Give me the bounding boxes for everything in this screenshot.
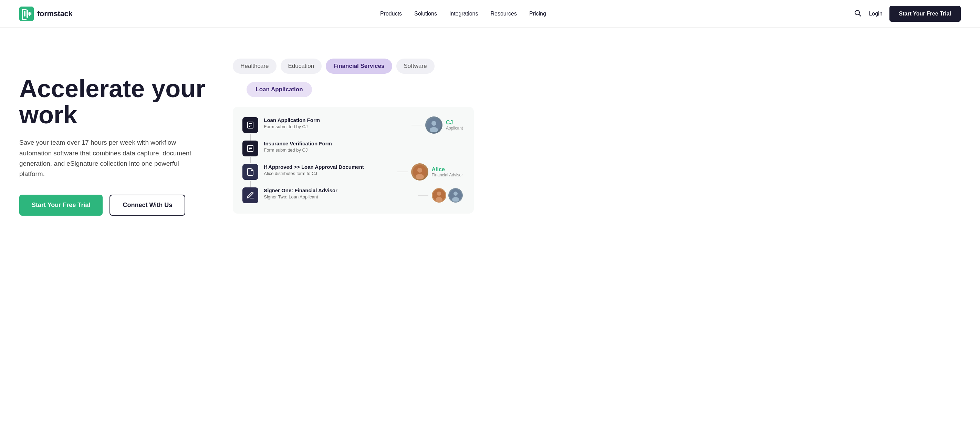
nav-resources[interactable]: Resources	[491, 11, 517, 17]
cj-name: CJ	[446, 120, 463, 126]
nav-solutions[interactable]: Solutions	[414, 11, 437, 17]
tab-financial-services[interactable]: Financial Services	[326, 59, 392, 74]
svg-rect-3	[27, 10, 28, 18]
headline-line2: work	[19, 101, 77, 129]
login-link[interactable]: Login	[869, 11, 882, 17]
avatar-pair	[432, 188, 463, 202]
svg-point-25	[453, 191, 458, 196]
vc-1	[250, 134, 251, 140]
alice-name: Alice	[432, 166, 463, 172]
avatar-alice: Alice Financial Advisor	[411, 163, 463, 180]
svg-point-12	[431, 121, 436, 126]
step-4-icon	[242, 187, 258, 203]
hero-left: Accelerate your work Save your team over…	[19, 55, 205, 216]
svg-rect-1	[22, 10, 23, 18]
avatar-pair-1	[432, 188, 446, 202]
step-2-icon	[242, 140, 258, 156]
avatar-pair-2	[448, 188, 463, 202]
hero-buttons: Start Your Free Trial Connect With Us	[19, 194, 205, 216]
hero-headline: Accelerate your work	[19, 76, 205, 128]
step-1-title: Loan Application Form	[264, 117, 408, 123]
nav-actions: Login Start Your Free Trial	[854, 6, 961, 22]
step-3-title: If Approved >> Loan Approval Document	[264, 164, 394, 170]
hero-secondary-button[interactable]: Connect With Us	[110, 194, 185, 216]
workflow-step-3: If Approved >> Loan Approval Document Al…	[242, 163, 463, 180]
hero-section: Accelerate your work Save your team over…	[0, 27, 980, 432]
hero-subtext: Save your team over 17 hours per week wi…	[19, 137, 198, 180]
workflow-card: Loan Application Form Form submitted by …	[233, 107, 474, 214]
step-3-icon	[242, 164, 258, 180]
use-case-badge[interactable]: Loan Application	[247, 82, 312, 97]
navbar: formstack Products Solutions Integration…	[0, 0, 980, 27]
step-2-title: Insurance Verification Form	[264, 140, 422, 147]
vc-2	[250, 157, 251, 163]
logo-icon	[19, 6, 34, 21]
connector-1	[412, 125, 422, 125]
step-3-info: If Approved >> Loan Approval Document Al…	[264, 164, 394, 176]
search-icon[interactable]	[854, 9, 862, 19]
step-4-sub: Signer Two: Loan Applicant	[264, 194, 415, 199]
hero-right: Healthcare Education Financial Services …	[226, 55, 961, 214]
step-1-sub: Form submitted by CJ	[264, 124, 408, 129]
avatar-cj: CJ Applicant	[425, 116, 463, 134]
tab-education[interactable]: Education	[281, 59, 322, 74]
vc-3	[250, 181, 251, 187]
workflow-step-4: Signer One: Financial Advisor Signer Two…	[242, 187, 463, 203]
svg-line-6	[859, 14, 861, 16]
step-1-info: Loan Application Form Form submitted by …	[264, 117, 408, 129]
nav-cta-button[interactable]: Start Your Free Trial	[889, 6, 961, 22]
step-2-info: Insurance Verification Form Form submitt…	[264, 140, 422, 153]
workflow-step-2: Insurance Verification Form Form submitt…	[242, 140, 463, 156]
avatar-alice-circle	[411, 163, 428, 180]
step-4-title: Signer One: Financial Advisor	[264, 187, 415, 193]
step-1-icon	[242, 117, 258, 133]
avatar-cj-circle	[425, 116, 442, 134]
svg-point-22	[437, 191, 441, 196]
nav-integrations[interactable]: Integrations	[449, 11, 478, 17]
connector-4	[418, 195, 428, 196]
step-2-sub: Form submitted by CJ	[264, 147, 422, 153]
avatar-alice-label: Alice Financial Advisor	[432, 166, 463, 177]
industry-tabs: Healthcare Education Financial Services …	[233, 59, 434, 74]
tab-healthcare[interactable]: Healthcare	[233, 59, 276, 74]
alice-role: Financial Advisor	[432, 172, 463, 177]
svg-rect-4	[29, 12, 30, 16]
step-4-info: Signer One: Financial Advisor Signer Two…	[264, 187, 415, 199]
connector-3	[398, 172, 408, 172]
svg-point-19	[417, 168, 422, 172]
logo[interactable]: formstack	[19, 6, 72, 21]
tab-software[interactable]: Software	[396, 59, 434, 74]
svg-rect-2	[24, 11, 25, 16]
nav-products[interactable]: Products	[380, 11, 402, 17]
nav-links: Products Solutions Integrations Resource…	[380, 11, 546, 17]
hero-primary-button[interactable]: Start Your Free Trial	[19, 194, 103, 216]
logo-text: formstack	[37, 9, 72, 18]
step-3-sub: Alice distributes form to CJ	[264, 171, 394, 176]
headline-line1: Accelerate your	[19, 75, 205, 102]
nav-pricing[interactable]: Pricing	[529, 11, 546, 17]
cj-role: Applicant	[446, 126, 463, 131]
workflow-step-1: Loan Application Form Form submitted by …	[242, 116, 463, 134]
avatar-cj-label: CJ Applicant	[446, 120, 463, 131]
